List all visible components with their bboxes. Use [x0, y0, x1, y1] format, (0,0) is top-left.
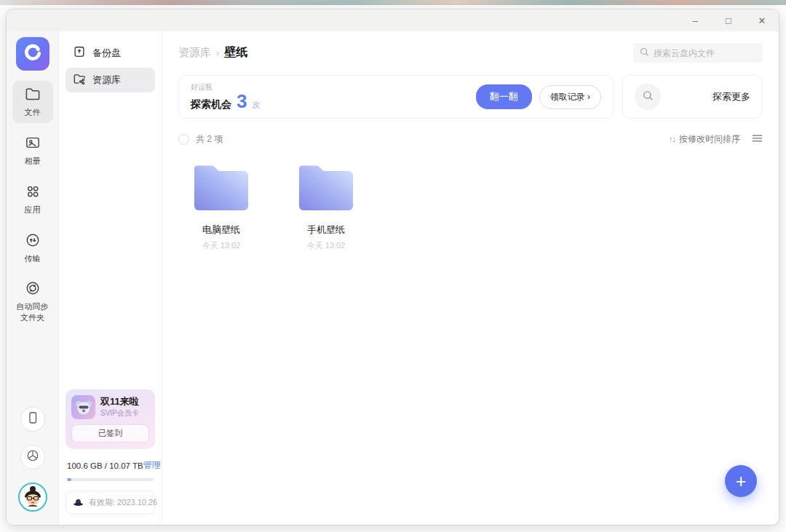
desktop-wallpaper-strip — [0, 0, 786, 5]
promo-card[interactable]: 双11来啦 SVIP会员卡 已签到 — [66, 389, 155, 449]
claim-record-button[interactable]: 领取记录 › — [539, 85, 601, 109]
breadcrumb-separator: › — [216, 47, 219, 58]
sidebar-spacer — [66, 95, 155, 389]
list-header: 共 2 项 ↑↓ 按修改时间排序 — [178, 132, 763, 146]
promo-mascot-image — [71, 395, 95, 419]
nav-rail: 文件 相册 应用 — [7, 31, 59, 525]
sidebar-item-apps[interactable]: 应用 — [12, 178, 53, 221]
lucky-bottle-tag: 好运瓶 — [191, 82, 260, 92]
search-box[interactable] — [633, 43, 763, 63]
phone-icon — [27, 411, 39, 427]
storage-progress-fill — [67, 478, 71, 481]
sidebar-item-autosync[interactable]: 自动同步文件夹 — [12, 275, 53, 328]
sidebar-item-albums[interactable]: 相册 — [12, 130, 53, 172]
mobile-app-button[interactable] — [20, 407, 45, 432]
promo-title: 双11来啦 — [100, 396, 139, 408]
transfer-icon — [25, 233, 41, 250]
search-input[interactable] — [654, 48, 756, 58]
folder-icon — [294, 162, 358, 217]
close-button[interactable]: ✕ — [745, 9, 779, 31]
quick-access-button[interactable] — [20, 445, 45, 469]
select-all-checkbox[interactable] — [178, 134, 189, 145]
explore-more-label[interactable]: 探索更多 — [712, 90, 750, 103]
dial-icon — [26, 449, 39, 465]
chances-unit: 次 — [252, 100, 260, 111]
breadcrumb-current: 壁纸 — [224, 45, 247, 60]
explore-card[interactable]: 探索更多 — [622, 75, 763, 119]
library-folder-icon — [73, 73, 86, 87]
sidebar-item-label: 资源库 — [92, 74, 121, 87]
search-icon — [640, 47, 649, 60]
folder-modified-time: 今天 13:02 — [202, 240, 241, 251]
folder-name: 手机壁纸 — [307, 223, 345, 237]
folder-modified-time: 今天 13:02 — [307, 240, 346, 251]
storage-section: 100.6 GB / 10.07 TB 管理 — [66, 449, 155, 481]
folder-icon — [25, 87, 41, 104]
search-icon — [643, 90, 654, 104]
folder-name: 电脑壁纸 — [202, 223, 240, 237]
titlebar: – □ ✕ — [7, 9, 779, 31]
minimize-button[interactable]: – — [678, 9, 712, 31]
add-button[interactable]: + — [725, 465, 757, 497]
sidebar-item-label: 文件 — [25, 107, 41, 118]
validity-label: 有效期: 2023.10.26 — [89, 497, 157, 508]
folder-item[interactable]: 手机壁纸 今天 13:02 — [293, 162, 359, 251]
promo-subtitle: SVIP会员卡 — [100, 408, 139, 418]
sync-icon — [25, 281, 41, 298]
sort-arrows-icon: ↑↓ — [669, 135, 675, 143]
sidebar-item-label: 应用 — [25, 205, 41, 215]
apps-grid-icon — [25, 184, 41, 202]
storage-usage-text: 100.6 GB / 10.07 TB — [67, 461, 143, 470]
lucky-bottle-card: 好运瓶 探索机会 3 次 翻一翻 领取记录 › — [178, 75, 614, 119]
sidebar-item-transfer[interactable]: 传输 — [12, 227, 53, 269]
app-body: 文件 相册 应用 — [7, 31, 779, 525]
hat-icon — [73, 498, 84, 508]
sort-button[interactable]: ↑↓ 按修改时间排序 — [669, 133, 740, 146]
sidebar-item-label: 备份盘 — [92, 47, 121, 60]
sidebar-item-backup-drive[interactable]: 备份盘 — [66, 40, 155, 65]
folder-icon — [189, 162, 253, 217]
list-view-icon[interactable] — [752, 132, 763, 146]
sidebar-item-label: 自动同步文件夹 — [14, 301, 52, 323]
sort-label: 按修改时间排序 — [679, 133, 740, 146]
maximize-button[interactable]: □ — [712, 9, 745, 31]
sidebar-item-library[interactable]: 资源库 — [66, 68, 155, 92]
folder-item[interactable]: 电脑壁纸 今天 13:02 — [188, 162, 254, 251]
photo-icon — [25, 135, 41, 153]
membership-validity[interactable]: 有效期: 2023.10.26 — [66, 491, 155, 515]
manage-storage-link[interactable]: 管理 — [143, 459, 161, 472]
checked-in-button[interactable]: 已签到 — [71, 424, 149, 442]
app-logo — [16, 37, 49, 71]
storage-progress-bar — [67, 478, 154, 481]
user-avatar[interactable] — [18, 483, 47, 515]
cloud-c-icon — [22, 41, 44, 66]
folder-grid: 电脑壁纸 今天 13:02 — [178, 162, 763, 251]
sidebar: 备份盘 资源库 — [59, 31, 162, 525]
explore-search-circle — [635, 84, 661, 110]
chances-count: 3 — [237, 93, 247, 110]
sidebar-item-label: 传输 — [25, 253, 41, 264]
sidebar-item-files[interactable]: 文件 — [12, 81, 53, 123]
breadcrumb-parent[interactable]: 资源库 — [178, 46, 211, 60]
item-count-label: 共 2 项 — [196, 133, 223, 146]
app-window: – □ ✕ 文件 — [6, 9, 779, 525]
breadcrumb: 资源库 › 壁纸 — [178, 45, 247, 60]
sidebar-item-label: 相册 — [25, 156, 41, 167]
explore-chances-label: 探索机会 — [191, 98, 231, 111]
backup-drive-icon — [73, 45, 86, 60]
flip-button[interactable]: 翻一翻 — [476, 84, 532, 109]
main-content: 资源库 › 壁纸 好运瓶 — [162, 31, 779, 525]
